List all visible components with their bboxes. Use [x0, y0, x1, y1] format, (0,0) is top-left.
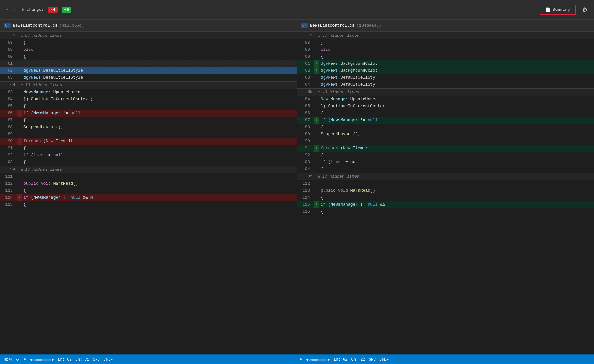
code-line: 89 SuspendLayout();: [297, 131, 594, 138]
left-encoding-icon[interactable]: ⊕: [24, 357, 26, 362]
hidden-lines-row[interactable]: 94 ⊞ 17 hidden lines: [0, 166, 297, 173]
line-number: 112: [0, 180, 17, 187]
left-crlf: CRLF: [103, 357, 113, 362]
code-line: 62 + dgvNews.BackgroundColo:: [297, 67, 594, 74]
code-line: 85 }).ContinueInCurrentContex·: [297, 103, 594, 110]
line-number: 114: [297, 194, 314, 201]
code-line: 83 NewsManager.UpdateUnrea—: [0, 89, 297, 96]
expand-icon[interactable]: ⊞: [21, 168, 23, 172]
line-code: [319, 138, 594, 145]
line-number: 113: [297, 187, 314, 194]
line-code: }).ContinueInCurrentContext(: [22, 96, 297, 103]
code-line: 115 + if (NewsManager != null &&: [297, 201, 594, 208]
left-scroll-left[interactable]: ◀: [30, 358, 32, 361]
settings-button[interactable]: ⚙: [579, 5, 590, 15]
line-code: }: [22, 39, 297, 46]
line-number: 111: [0, 173, 17, 180]
line-code: else: [22, 46, 297, 53]
line-number: 115: [297, 201, 314, 208]
line-number: 85: [297, 103, 314, 110]
left-scroll-right[interactable]: ▶: [52, 358, 54, 361]
code-line: 93 if (item != nu: [297, 159, 594, 166]
code-line: 62 dgvNews.DefaultCellStyle_: [0, 67, 297, 74]
left-zoom-select[interactable]: 90 %100 %: [3, 357, 20, 362]
line-code: if (item != null: [22, 152, 297, 159]
code-line: 58 }: [297, 39, 594, 46]
next-change-button[interactable]: ↓: [11, 6, 18, 14]
line-code: {: [319, 166, 594, 173]
right-scroll-track: [308, 359, 327, 361]
left-scrollbar[interactable]: ◀ ▶: [30, 358, 54, 361]
line-number: 83: [0, 89, 17, 96]
code-line: 115 {: [0, 201, 297, 208]
line-number: 90: [297, 138, 314, 145]
summary-label: Summary: [552, 7, 570, 12]
right-cs-icon: C#: [301, 23, 308, 28]
right-ln: Ln: 62: [334, 357, 347, 362]
line-code: [319, 180, 594, 187]
hidden-lines-row[interactable]: 95 ⊞ 17 hidden lines: [297, 173, 594, 180]
line-number: 93: [0, 159, 17, 166]
expand-icon[interactable]: ⊞: [21, 34, 23, 38]
right-filename: NewsListControl.cs: [310, 23, 354, 28]
changes-label: 5 changes: [22, 7, 44, 12]
line-code: {: [22, 187, 297, 194]
left-spc: SPC: [93, 357, 100, 362]
line-number: 84: [0, 96, 17, 103]
line-number: 59: [0, 46, 17, 53]
line-number: 60: [0, 53, 17, 60]
line-number: 87: [0, 117, 17, 124]
right-scroll-right[interactable]: ▶: [328, 358, 330, 361]
line-number: 88: [297, 124, 314, 131]
line-code: NewsManager.UpdateUnrea: [319, 96, 594, 103]
code-line: 88 SuspendLayout();: [0, 124, 297, 131]
line-code: {: [22, 53, 297, 60]
expand-icon[interactable]: ⊞: [21, 83, 23, 87]
expand-icon[interactable]: ⊞: [318, 90, 320, 94]
line-number: 85: [0, 103, 17, 110]
code-line: 87 {: [0, 117, 297, 124]
right-crlf: CRLF: [379, 357, 389, 362]
right-code-area[interactable]: 1 ⊞ 57 hidden lines 58 } 59 else 60 {: [297, 32, 594, 354]
expand-icon[interactable]: ⊞: [318, 175, 320, 179]
code-line: 89: [0, 131, 297, 138]
line-code: [22, 60, 297, 67]
line-code: [22, 131, 297, 138]
hidden-lines-row[interactable]: 64 ⊞ 19 hidden lines: [0, 81, 297, 89]
line-code: {: [22, 159, 297, 166]
line-code: if (NewsManager != null: [319, 117, 594, 124]
line-code: SuspendLayout();: [319, 131, 594, 138]
hidden-lines-row[interactable]: 65 ⊞ 19 hidden lines: [297, 88, 594, 96]
summary-button[interactable]: 📄 Summary: [540, 5, 576, 15]
code-line: 59 else: [297, 46, 594, 53]
line-number: 115: [0, 201, 17, 208]
added-count-badge: +5: [62, 7, 72, 13]
code-line: 64 dgvNews.DefaultCellSty_: [297, 81, 594, 88]
right-scroll-left[interactable]: ◀: [306, 358, 308, 361]
right-encoding-icon[interactable]: ⊕: [300, 357, 302, 362]
code-line: 113 public void MarkRead(): [297, 187, 594, 194]
line-code: {: [22, 117, 297, 124]
toolbar: ↑ ↓ 5 changes -4 +5 📄 Summary ⚙: [0, 0, 594, 20]
hidden-lines-row[interactable]: 1 ⊞ 57 hidden lines: [0, 32, 297, 39]
right-pane: C# NewsListControl.cs (134dea48) 1 ⊞ 57 …: [297, 20, 594, 354]
right-status-pane: ⊕ ◀ ▶ Ln: 62 Ch: 22 SPC CRLF: [297, 355, 594, 364]
code-line: 58 }: [0, 39, 297, 46]
code-line: 91 + foreach (NewsItem :: [297, 145, 594, 152]
left-ch: Ch: 31: [76, 357, 89, 362]
line-code: if (NewsManager != null && N: [22, 194, 297, 201]
left-filename: NewsListControl.cs: [13, 23, 57, 28]
left-scroll-thumb: [36, 359, 42, 361]
line-code: {: [319, 53, 594, 60]
right-spc: SPC: [369, 357, 376, 362]
left-code-area[interactable]: 1 ⊞ 57 hidden lines 58 } 59 else 60 {: [0, 32, 297, 354]
code-line: 84 NewsManager.UpdateUnrea: [297, 96, 594, 103]
right-scrollbar[interactable]: ◀ ▶: [306, 358, 330, 361]
expand-icon[interactable]: ⊞: [318, 34, 320, 38]
line-code: public void MarkRead(): [319, 187, 594, 194]
prev-change-button[interactable]: ↑: [4, 6, 10, 14]
hidden-count: 19 hidden lines: [322, 90, 359, 95]
line-number: 116: [297, 208, 314, 215]
hidden-lines-row[interactable]: 1 ⊞ 57 hidden lines: [297, 32, 594, 39]
left-zoom[interactable]: 90 %100 %: [3, 357, 20, 362]
